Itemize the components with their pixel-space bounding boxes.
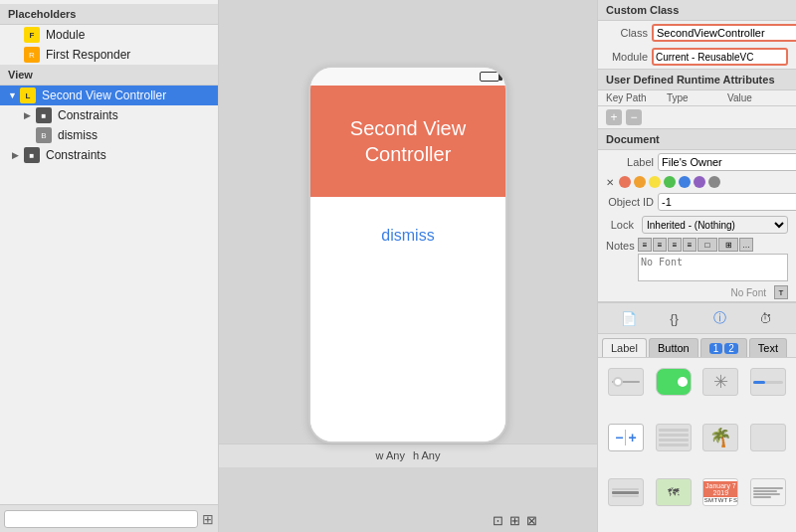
switch-icon	[656, 368, 692, 396]
second-vc-label: Second View Controller	[42, 89, 166, 102]
sidebar-item-constraints2[interactable]: ▶ ■ Constraints	[0, 145, 218, 165]
lorem-icon	[750, 478, 786, 506]
module-field-row: Module Current - ReusableVC	[598, 45, 796, 69]
notes-textarea[interactable]	[638, 254, 788, 281]
lib-item-slider[interactable]	[604, 364, 648, 416]
lock-row: Lock Inherited - (Nothing)	[598, 214, 796, 236]
label-input[interactable]	[658, 153, 796, 171]
custom-class-section: Custom Class Class ▼ Module Current - Re…	[598, 0, 796, 70]
notes-align-left[interactable]: ≡	[638, 238, 652, 252]
second-vc-icon: L	[20, 88, 36, 103]
lib-item-collectionview[interactable]	[746, 420, 790, 471]
dismiss-button[interactable]: dismiss	[381, 227, 434, 245]
tab-label[interactable]: Label	[602, 338, 647, 357]
object-id-label: Object ID	[606, 196, 654, 208]
class-input[interactable]	[652, 24, 796, 42]
lib-item-tableview[interactable]	[652, 420, 696, 471]
lib-item-pickerview[interactable]	[604, 474, 648, 526]
tab-button[interactable]: Button	[649, 338, 698, 357]
udra-value-col: Value	[727, 92, 788, 103]
info-circle-icon[interactable]: ⓘ	[708, 307, 730, 329]
sidebar: Placeholders F Module R First Responder …	[0, 0, 219, 532]
curly-braces-icon[interactable]: {}	[664, 307, 686, 329]
sidebar-item-first-responder[interactable]: R First Responder	[0, 45, 218, 65]
canvas-bottom-icons: ⊡ ⊞ ⊠	[493, 513, 537, 528]
color-dot-gray[interactable]	[708, 176, 720, 188]
sidebar-item-dismiss[interactable]: B dismiss	[0, 125, 218, 145]
document-title: Document	[598, 129, 796, 150]
font-picker-icon[interactable]: T	[774, 285, 788, 299]
notes-border-box[interactable]: □	[697, 238, 717, 252]
lib-item-progress[interactable]	[746, 364, 790, 416]
notes-more[interactable]: …	[739, 238, 753, 252]
notes-align-right[interactable]: ≡	[668, 238, 682, 252]
fit-icon[interactable]: ⊞	[509, 513, 520, 528]
color-dot-orange[interactable]	[634, 176, 646, 188]
adjust-icon[interactable]: ⊠	[526, 513, 537, 528]
class-field-row: Class ▼	[598, 21, 796, 45]
tab-text[interactable]: Text	[749, 338, 787, 357]
iphone-statusbar	[310, 68, 505, 86]
library-tabs: Label Button 1 2 Text	[598, 334, 796, 358]
vc-label: Second ViewController	[350, 115, 466, 167]
color-dot-purple[interactable]	[694, 176, 705, 188]
lib-item-stepper[interactable]: − +	[604, 420, 648, 471]
files-owner-icon: F	[24, 27, 40, 43]
dismiss-label: dismiss	[58, 128, 98, 142]
lib-item-imageview[interactable]: 🌴	[699, 420, 743, 471]
font-label: No Font	[730, 287, 766, 298]
notes-label: Notes	[606, 240, 634, 252]
color-dot-yellow[interactable]	[649, 176, 661, 188]
lib-item-dateview[interactable]: January 7 2019 SMTWTFS	[699, 474, 743, 526]
color-dot-red[interactable]	[619, 176, 631, 188]
canvas-bottom-bar: w Any h Any ⊡ ⊞ ⊠	[219, 443, 597, 467]
files-owner-label: Module	[46, 28, 85, 42]
object-library: Label Button 1 2 Text	[598, 334, 796, 532]
module-select-wrapper: Current - ReusableVC	[652, 48, 788, 66]
clock-icon[interactable]: ⏱	[754, 307, 776, 329]
sidebar-search[interactable]	[4, 510, 198, 528]
notes-content: ≡ ≡ ≡ ≡ □ ⊞ …	[638, 238, 788, 281]
progress-icon	[750, 368, 786, 396]
stepper-icon: − +	[608, 424, 644, 451]
file-icon[interactable]: 📄	[618, 307, 640, 329]
second-vc-arrow: ▼	[8, 90, 20, 100]
lib-item-activity[interactable]: ✳	[699, 364, 743, 416]
label-field-label: Label	[606, 156, 654, 168]
udra-key-path-col: Key Path	[606, 92, 667, 103]
sidebar-tree: Placeholders F Module R First Responder …	[0, 0, 218, 504]
object-id-input[interactable]	[658, 193, 796, 211]
lock-select[interactable]: Inherited - (Nothing)	[642, 216, 788, 234]
sidebar-item-constraints1[interactable]: ▶ ■ Constraints	[0, 105, 218, 125]
color-dot-blue[interactable]	[679, 176, 691, 188]
sidebar-item-files-owner[interactable]: F Module	[0, 25, 218, 45]
constraints2-label: Constraints	[46, 148, 106, 162]
constraints1-label: Constraints	[58, 108, 118, 122]
lock-select-wrapper: Inherited - (Nothing)	[642, 216, 788, 234]
notes-align-center[interactable]: ≡	[653, 238, 667, 252]
inspector-panel: Custom Class Class ▼ Module Current - Re…	[597, 0, 796, 532]
udra-remove-button[interactable]: −	[626, 109, 642, 125]
module-select[interactable]: Current - ReusableVC	[652, 48, 788, 66]
notes-table-icon[interactable]: ⊞	[718, 238, 738, 252]
custom-class-title: Custom Class	[598, 0, 796, 21]
lock-label: Lock	[606, 219, 634, 231]
zoom-icon[interactable]: ⊡	[493, 513, 503, 528]
tab-segmented[interactable]: 1 2	[700, 338, 747, 357]
lib-item-switch[interactable]	[652, 364, 696, 416]
color-x-button[interactable]: ✕	[606, 177, 614, 188]
constraints2-icon: ■	[24, 147, 40, 163]
lib-item-mapkit[interactable]: 🗺	[652, 474, 696, 526]
sidebar-item-second-vc[interactable]: ▼ L Second View Controller	[0, 86, 218, 105]
notes-align-justify[interactable]: ≡	[683, 238, 696, 252]
color-dot-green[interactable]	[664, 176, 676, 188]
lib-item-lorem[interactable]	[746, 474, 790, 526]
udra-add-button[interactable]: +	[606, 109, 622, 125]
pickerview-icon	[608, 478, 644, 506]
placeholders-header: Placeholders	[0, 4, 218, 25]
udra-columns: Key Path Type Value	[598, 90, 796, 106]
udra-add-row: + −	[598, 106, 796, 128]
collectionview-icon	[750, 424, 786, 451]
notes-toolbar: ≡ ≡ ≡ ≡ □ ⊞ …	[638, 238, 788, 252]
imageview-icon: 🌴	[702, 424, 738, 451]
